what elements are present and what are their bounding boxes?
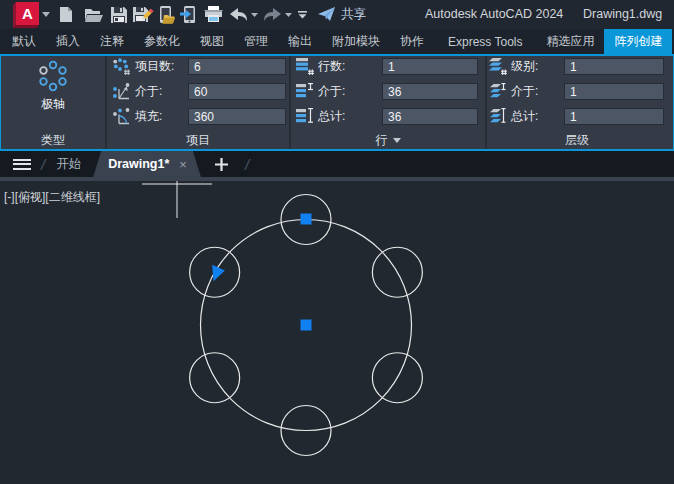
levels-count-label: 级别: [511,58,538,75]
customize-qat-dropdown-icon[interactable] [298,0,307,29]
model-space-drawing [0,181,674,484]
items-between-input[interactable] [188,83,286,100]
save-to-mobile-icon [180,6,197,24]
levels-between-icon [489,83,508,100]
file-tabs-menu-button[interactable] [13,159,31,170]
drawing-area[interactable]: [-][俯视][二维线框] [0,181,674,484]
levels-between-input[interactable] [564,83,664,100]
plus-icon [215,158,228,171]
type-panel-label: 类型 [41,132,65,149]
items-fill-label: 填充: [135,108,162,125]
tab-separator-2: / [245,156,249,173]
redo-dropdown-icon[interactable] [285,0,292,29]
save-icon [111,7,127,23]
doc-title: Drawing1.dwg [583,0,662,29]
ribbon-tab-collaborate[interactable]: 协作 [390,29,434,54]
rows-count-label: 行数: [318,58,345,75]
undo-caret-icon [251,13,258,17]
tab-separator: / [41,156,45,173]
caret-down-icon [42,12,50,17]
file-tab-start[interactable]: 开始 [56,156,81,173]
redo-caret-icon [285,13,292,17]
undo-button[interactable] [230,0,248,29]
ribbon-tab-express-tools[interactable]: Express Tools [434,29,536,54]
levels-total-label: 总计: [511,108,538,125]
ribbon-tab-array-creation[interactable]: 阵列创建 [604,29,672,54]
rows-total-row: 总计: [291,108,485,125]
new-file-icon [58,6,74,23]
ribbon-tab-manage[interactable]: 管理 [234,29,278,54]
ribbon-tab-home[interactable]: 默认 [2,29,46,54]
levels-between-row: 介于: [487,83,667,100]
app-title: Autodesk AutoCAD 2024 [425,0,563,29]
logo-dropdown-icon[interactable] [42,0,50,29]
levels-panel-label: 层级 [565,132,589,149]
ribbon-panel-rows: 行数: 介于: [289,56,485,149]
ribbon-tab-output[interactable]: 输出 [278,29,322,54]
share-button[interactable]: 共享 [318,0,366,29]
visual-style-control[interactable]: [二维线框] [45,190,100,204]
panel-label-type: 类型 [1,131,105,149]
quick-access-toolbar: A [0,0,674,29]
levels-count-input[interactable] [564,58,664,75]
undo-dropdown-icon[interactable] [251,0,258,29]
save-as-icon [133,6,155,23]
autocad-logo-button[interactable]: A [12,0,39,29]
items-count-icon [113,58,131,75]
view-control[interactable]: [俯视] [15,190,46,204]
svg-text:A: A [22,5,33,22]
ribbon-tab-bar: 默认 插入 注释 参数化 视图 管理 输出 附加模块 协作 Express To… [0,29,674,54]
save-to-web-mobile-button[interactable] [180,0,197,29]
items-fill-input[interactable] [188,108,286,125]
rows-panel-label: 行 [376,132,388,149]
items-count-input[interactable] [188,58,286,75]
ribbon-tab-featured-apps[interactable]: 精选应用 [536,29,604,54]
rows-count-row: 行数: [291,58,485,75]
levels-total-input[interactable] [564,108,664,125]
polar-array-type-button[interactable]: 极轴 [1,60,105,113]
open-from-mobile-icon [157,6,175,24]
file-tab-close-icon[interactable]: × [179,158,187,171]
items-count-label: 项目数: [135,58,174,75]
ribbon-array-creation: 极轴 类型 [0,54,674,151]
share-label: 共享 [341,6,366,23]
rows-total-input[interactable] [382,108,478,125]
title-bar: A [0,0,674,29]
items-between-row: 介于: [107,83,289,100]
file-tab-drawing1[interactable]: Drawing1* × [93,151,201,177]
levels-between-label: 介于: [511,83,538,100]
items-between-icon [113,83,131,100]
viewport-menu-control[interactable]: [-] [4,190,15,204]
ribbon-tab-view[interactable]: 视图 [190,29,234,54]
file-tab-drawing1-label: Drawing1* [108,157,169,171]
rows-count-input[interactable] [382,58,478,75]
rows-between-label: 介于: [318,83,345,100]
plot-button[interactable] [204,0,223,29]
ribbon-tab-parametric[interactable]: 参数化 [134,29,190,54]
new-file-button[interactable] [58,0,74,29]
open-from-web-mobile-button[interactable] [157,0,175,29]
autocad-logo-icon: A [12,2,39,28]
levels-count-icon [489,58,508,75]
redo-button[interactable] [263,0,281,29]
ribbon-panel-items: 项目数: 介于: [105,56,289,149]
file-tab-bar: / 开始 Drawing1* × / [0,151,674,177]
polar-array-label: 极轴 [41,96,65,113]
new-drawing-tab-button[interactable] [212,158,231,171]
items-between-label: 介于: [135,83,162,100]
ribbon-panel-levels: 级别: 介于: [485,56,667,149]
panel-label-rows[interactable]: 行 [291,131,485,149]
open-file-button[interactable] [84,0,103,29]
rows-between-input[interactable] [382,83,478,100]
rows-panel-dropdown-icon [393,138,401,143]
save-as-button[interactable] [133,0,155,29]
items-fill-icon [113,108,131,125]
viewport-controls: [-][俯视][二维线框] [4,189,100,206]
ribbon-tab-annotate[interactable]: 注释 [90,29,134,54]
levels-total-row: 总计: [487,108,667,125]
save-button[interactable] [111,0,127,29]
rows-between-icon [296,83,315,100]
items-count-row: 项目数: [107,58,289,75]
ribbon-tab-addins[interactable]: 附加模块 [322,29,390,54]
ribbon-tab-insert[interactable]: 插入 [46,29,90,54]
